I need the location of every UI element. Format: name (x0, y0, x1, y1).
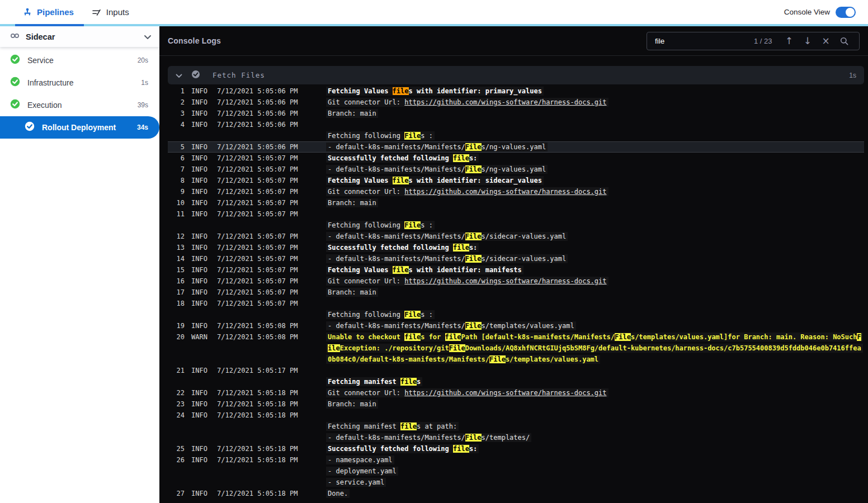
tab-pipelines[interactable]: Pipelines (15, 0, 84, 24)
log-line[interactable]: 3INFO7/12/2021 5:05:06 PMBranch: main (168, 108, 864, 119)
log-level: INFO (191, 197, 217, 208)
log-line[interactable]: 13INFO7/12/2021 5:05:07 PMSuccessfully f… (168, 242, 864, 253)
log-link[interactable]: https://github.com/wings-software/harnes… (404, 188, 606, 196)
pipelines-icon (23, 8, 32, 17)
log-line[interactable]: 27INFO7/12/2021 5:05:18 PMDone. (168, 488, 864, 499)
log-line[interactable]: Fetching manifest files at path: (168, 421, 864, 432)
log-level: INFO (191, 186, 217, 197)
log-message: Successfully fetched following files: (326, 242, 864, 253)
chevron-down-icon[interactable] (176, 70, 182, 80)
log-line[interactable]: 14INFO7/12/2021 5:05:07 PM- default-k8s-… (168, 253, 864, 264)
log-section-header[interactable]: Fetch Files 1s (168, 66, 864, 84)
log-level: INFO (191, 398, 217, 410)
log-line[interactable]: 16INFO7/12/2021 5:05:07 PMGit connector … (168, 276, 864, 287)
log-line[interactable]: 24INFO7/12/2021 5:05:18 PM (168, 410, 864, 421)
log-line[interactable]: - deployment.yaml (168, 466, 864, 477)
log-line-number: 23 (168, 398, 191, 410)
log-timestamp: 7/12/2021 5:05:18 PM (217, 443, 326, 454)
log-timestamp: 7/12/2021 5:05:07 PM (217, 153, 326, 164)
log-line-number: 3 (168, 108, 191, 119)
console-title: Console Logs (168, 36, 221, 45)
log-line[interactable]: 1INFO7/12/2021 5:05:06 PMFetching Values… (168, 86, 864, 97)
log-message: Fetching following Files : (326, 309, 864, 320)
console-view-toggle[interactable] (836, 7, 856, 18)
log-level: INFO (191, 454, 217, 466)
log-line[interactable]: 19INFO7/12/2021 5:05:08 PM- default-k8s-… (168, 320, 864, 331)
search-next-button[interactable]: ↓ (798, 32, 817, 50)
log-link[interactable]: https://github.com/wings-software/harnes… (404, 277, 606, 285)
log-line[interactable]: 22INFO7/12/2021 5:05:18 PMGit connector … (168, 387, 864, 398)
search-prev-button[interactable]: ↑ (780, 32, 799, 50)
log-line[interactable]: 26INFO7/12/2021 5:05:18 PM- namespace.ya… (168, 454, 864, 466)
log-line[interactable]: 7INFO7/12/2021 5:05:07 PM- default-k8s-m… (168, 164, 864, 175)
log-line[interactable]: 12INFO7/12/2021 5:05:07 PM- default-k8s-… (168, 231, 864, 242)
log-line[interactable]: Fetching following Files : (168, 130, 864, 141)
log-timestamp: 7/12/2021 5:05:07 PM (217, 197, 326, 208)
toggle-knob (846, 8, 855, 17)
sidebar-group-sidecar[interactable]: Sidecar (0, 26, 159, 47)
log-message: - default-k8s-manifests/Manifests/Files/… (326, 231, 864, 242)
log-message: 0b084c0/default-k8s-manifests/Manifests/… (326, 354, 864, 365)
log-line[interactable]: - default-k8s-manifests/Manifests/Files/… (168, 432, 864, 443)
console-panel: Console Logs 1 / 23 ↑ ↓ × Fetch (159, 26, 868, 503)
log-line[interactable]: 5INFO7/12/2021 5:05:06 PM- default-k8s-m… (168, 141, 864, 153)
log-level: INFO (191, 119, 217, 130)
log-link[interactable]: https://github.com/wings-software/harnes… (404, 98, 606, 106)
log-line[interactable]: 4INFO7/12/2021 5:05:06 PM (168, 119, 864, 130)
log-line-number: 10 (168, 197, 191, 208)
log-level: WARN (191, 331, 217, 343)
log-line[interactable]: ileException: ./repository/gitFileDownlo… (168, 343, 864, 354)
top-bar: Pipelines Inputs Console View (0, 0, 868, 26)
success-check-icon (10, 54, 20, 67)
log-line-number: 19 (168, 320, 191, 331)
log-section-duration: 1s (849, 72, 856, 79)
tab-pipelines-label: Pipelines (37, 7, 74, 17)
success-check-icon (10, 77, 20, 89)
sidebar-item-execution[interactable]: Execution39s (0, 94, 159, 116)
chevron-down-icon[interactable] (144, 32, 152, 42)
log-message: Branch: main (326, 197, 864, 208)
log-line[interactable]: 8INFO7/12/2021 5:05:07 PMFetching Values… (168, 175, 864, 186)
log-line[interactable]: 6INFO7/12/2021 5:05:07 PMSuccessfully fe… (168, 153, 864, 164)
log-line-number: 1 (168, 86, 191, 97)
log-level: INFO (191, 443, 217, 454)
log-line[interactable]: 17INFO7/12/2021 5:05:07 PMBranch: main (168, 287, 864, 298)
log-link[interactable]: https://github.com/wings-software/harnes… (404, 389, 606, 397)
log-line[interactable]: 25INFO7/12/2021 5:05:18 PMSuccessfully f… (168, 443, 864, 454)
log-line[interactable]: 20WARN7/12/2021 5:05:08 PMUnable to chec… (168, 331, 864, 343)
log-line[interactable]: Fetching manifest files (168, 376, 864, 387)
log-level: INFO (191, 242, 217, 253)
log-message: Git connector Url: https://github.com/wi… (326, 186, 864, 197)
sidebar-item-infrastructure[interactable]: Infrastructure1s (0, 72, 159, 94)
search-input[interactable] (655, 37, 754, 45)
log-line[interactable]: 2INFO7/12/2021 5:05:06 PMGit connector U… (168, 97, 864, 108)
log-level: INFO (191, 253, 217, 264)
search-icon[interactable] (835, 32, 853, 50)
log-line[interactable]: 0b084c0/default-k8s-manifests/Manifests/… (168, 354, 864, 365)
log-message: - default-k8s-manifests/Manifests/Files/… (326, 253, 864, 264)
sidebar-item-service[interactable]: Service20s (0, 49, 159, 72)
log-line[interactable]: 11INFO7/12/2021 5:05:07 PM (168, 208, 864, 220)
log-line[interactable]: Fetching following Files : (168, 220, 864, 231)
log-line-number: 21 (168, 365, 191, 376)
log-line-number: 22 (168, 387, 191, 398)
sidebar-group-label: Sidecar (26, 32, 144, 41)
log-timestamp: 7/12/2021 5:05:07 PM (217, 186, 326, 197)
log-message: Branch: main (326, 287, 864, 298)
log-message: Unable to checkout files for filePath [d… (326, 331, 864, 343)
sidebar-item-rollout-deployment[interactable]: Rollout Deployment34s (0, 116, 159, 139)
log-line[interactable]: 10INFO7/12/2021 5:05:07 PMBranch: main (168, 197, 864, 208)
tab-inputs[interactable]: Inputs (84, 0, 139, 24)
log-line[interactable]: 9INFO7/12/2021 5:05:07 PMGit connector U… (168, 186, 864, 197)
log-line[interactable]: - service.yaml (168, 477, 864, 488)
log-timestamp: 7/12/2021 5:05:07 PM (217, 164, 326, 175)
log-line[interactable]: 23INFO7/12/2021 5:05:18 PMBranch: main (168, 398, 864, 410)
sidebar-item-label: Rollout Deployment (42, 123, 137, 132)
log-line[interactable]: 18INFO7/12/2021 5:05:07 PM (168, 298, 864, 309)
log-line[interactable]: 21INFO7/12/2021 5:05:17 PM (168, 365, 864, 376)
log-level: INFO (191, 410, 217, 421)
log-line[interactable]: Fetching following Files : (168, 309, 864, 320)
search-close-icon[interactable]: × (817, 32, 835, 50)
log-line[interactable]: 15INFO7/12/2021 5:05:07 PMFetching Value… (168, 264, 864, 276)
log-timestamp: 7/12/2021 5:05:08 PM (217, 331, 326, 343)
